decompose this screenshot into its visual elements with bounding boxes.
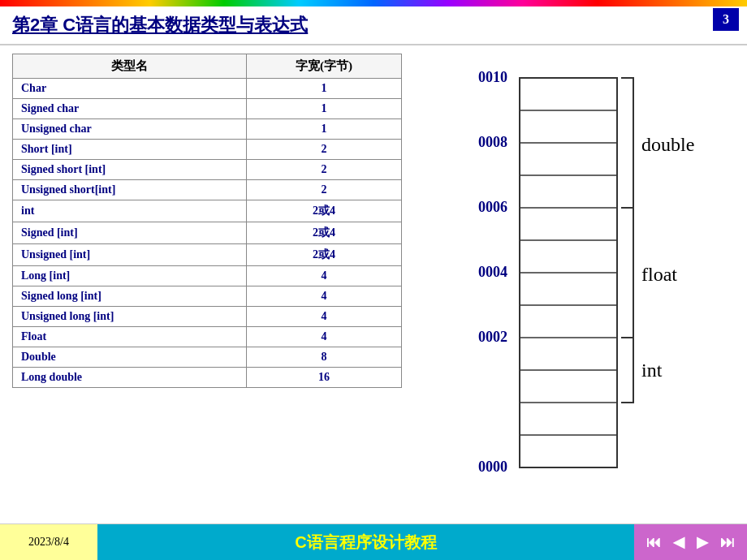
svg-text:0010: 0010 [478,70,507,85]
footer-title: C语言程序设计教程 [97,524,634,560]
rainbow-bar [0,0,747,6]
table-row: int2或4 [13,200,402,222]
table-row: Long double16 [13,368,402,388]
type-name-cell: Signed [int] [13,222,247,244]
width-cell: 1 [247,119,402,140]
width-cell: 4 [247,327,402,347]
width-cell: 2 [247,140,402,160]
type-name-cell: Signed short [int] [13,160,247,180]
type-name-cell: Char [13,79,247,99]
width-cell: 2或4 [247,222,402,244]
slide: 第2章 C语言的基本数据类型与表达式 3 类型名 字宽(字节) Char1Sig… [0,0,747,560]
table-row: Char1 [13,79,402,99]
width-cell: 4 [247,307,402,327]
width-cell: 2或4 [247,200,402,222]
svg-text:0004: 0004 [478,264,507,280]
type-name-cell: Unsigned char [13,119,247,140]
nav-first-button[interactable]: ⏮ [642,532,665,553]
left-section: 类型名 字宽(字节) Char1Signed char1Unsigned cha… [12,54,410,516]
table-row: Unsigned short[int]2 [13,180,402,200]
right-section: 0010 0008 0006 0004 0002 0000 double flo… [426,54,735,516]
table-row: Unsigned long [int]4 [13,307,402,327]
type-name-cell: Double [13,347,247,368]
footer: 2023/8/4 C语言程序设计教程 ⏮ ◀ ▶ ⏭ [0,523,747,560]
type-name-cell: Unsigned [int] [13,244,247,266]
col2-header: 字宽(字节) [247,54,402,79]
main-content: 类型名 字宽(字节) Char1Signed char1Unsigned cha… [0,45,747,524]
svg-text:0006: 0006 [478,199,507,215]
type-name-cell: Float [13,327,247,347]
nav-prev-button[interactable]: ◀ [669,532,689,553]
slide-number: 3 [713,8,739,31]
table-row: Signed long [int]4 [13,286,402,307]
data-table: 类型名 字宽(字节) Char1Signed char1Unsigned cha… [12,54,402,388]
width-cell: 1 [247,79,402,99]
width-cell: 8 [247,347,402,368]
svg-text:int: int [641,360,663,381]
table-row: Unsigned [int]2或4 [13,244,402,266]
width-cell: 2或4 [247,244,402,266]
table-row: Signed [int]2或4 [13,222,402,244]
slide-title: 第2章 C语言的基本数据类型与表达式 [12,13,308,37]
col1-header: 类型名 [13,54,247,79]
memory-diagram-svg: 0010 0008 0006 0004 0002 0000 double flo… [455,70,706,492]
nav-last-button[interactable]: ⏭ [716,532,739,553]
type-name-cell: Short [int] [13,140,247,160]
width-cell: 2 [247,180,402,200]
svg-text:0008: 0008 [478,134,507,150]
svg-text:0000: 0000 [478,459,507,475]
type-name-cell: Unsigned long [int] [13,307,247,327]
type-name-cell: Unsigned short[int] [13,180,247,200]
header: 第2章 C语言的基本数据类型与表达式 [0,6,747,45]
type-name-cell: int [13,200,247,222]
type-name-cell: Signed long [int] [13,286,247,307]
table-row: Long [int]4 [13,266,402,286]
footer-nav[interactable]: ⏮ ◀ ▶ ⏭ [634,524,747,560]
svg-text:float: float [641,264,677,285]
width-cell: 1 [247,99,402,119]
type-name-cell: Long double [13,368,247,388]
width-cell: 16 [247,368,402,388]
table-row: Signed char1 [13,99,402,119]
footer-date: 2023/8/4 [0,524,97,560]
type-name-cell: Long [int] [13,266,247,286]
table-row: Double8 [13,347,402,368]
width-cell: 2 [247,160,402,180]
width-cell: 4 [247,266,402,286]
table-row: Float4 [13,327,402,347]
type-name-cell: Signed char [13,99,247,119]
width-cell: 4 [247,286,402,307]
svg-text:0002: 0002 [478,329,507,345]
nav-next-button[interactable]: ▶ [693,532,712,553]
table-row: Signed short [int]2 [13,160,402,180]
svg-text:double: double [641,134,694,155]
table-row: Unsigned char1 [13,119,402,140]
table-row: Short [int]2 [13,140,402,160]
